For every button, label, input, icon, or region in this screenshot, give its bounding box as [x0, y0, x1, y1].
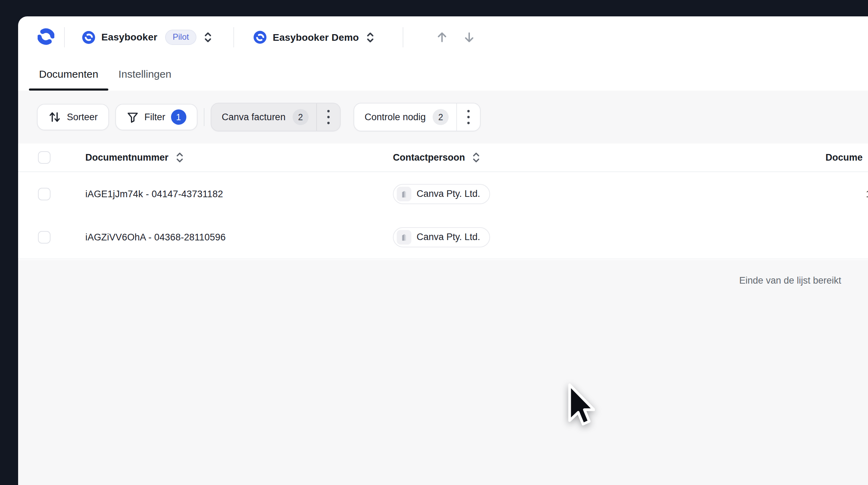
workspace-switcher[interactable]: Easybooker Pilot — [82, 30, 213, 45]
table-row[interactable]: iAGE1jJm74k - 04147-43731182 Canva Pty. … — [18, 172, 868, 216]
view-chip-controle-nodig[interactable]: Controle nodig 2 — [354, 103, 481, 131]
filter-count-badge: 1 — [171, 109, 186, 125]
building-icon — [397, 187, 411, 201]
filter-button[interactable]: Filter 1 — [115, 104, 197, 130]
contact-chip[interactable]: Canva Pty. Ltd. — [393, 227, 490, 247]
column-header-label: Docume — [826, 152, 863, 163]
kebab-menu-icon[interactable] — [317, 103, 340, 131]
column-header-label: Documentnummer — [85, 152, 169, 163]
contact-name: Canva Pty. Ltd. — [417, 188, 480, 199]
arrow-down-icon — [462, 30, 476, 45]
sort-button[interactable]: Sorteer — [37, 104, 109, 130]
column-header-label: Contactpersoon — [393, 152, 465, 163]
document-number-cell: iAGZiVV6OhA - 04368-28110596 — [85, 232, 226, 243]
end-of-list-message: Einde van de lijst bereikt — [739, 275, 841, 286]
tab-bar: Documenten Instellingen — [29, 57, 181, 91]
contact-chip[interactable]: Canva Pty. Ltd. — [393, 184, 490, 204]
organization-avatar-icon — [254, 31, 266, 44]
view-chip-label: Controle nodig — [354, 112, 426, 123]
column-sort-icon[interactable] — [175, 152, 184, 163]
view-count-badge: 2 — [293, 109, 309, 125]
view-count-badge: 2 — [433, 109, 449, 125]
desktop-background: { "topbar": { "workspace_name": "Easyboo… — [0, 0, 868, 485]
sort-arrows-icon — [48, 110, 61, 124]
row-checkbox[interactable] — [38, 231, 51, 244]
chevron-updown-icon — [365, 31, 375, 44]
table-row[interactable]: iAGZiVV6OhA - 04368-28110596 Canva Pty. … — [18, 216, 868, 259]
view-chip-label: Canva facturen — [211, 112, 286, 123]
sort-button-label: Sorteer — [67, 112, 98, 123]
column-header-contactpersoon[interactable]: Contactpersoon — [393, 152, 481, 163]
arrow-up-icon — [435, 30, 449, 45]
topbar-divider — [64, 27, 65, 47]
easybooker-logo-icon[interactable] — [38, 28, 54, 46]
view-chip-canva-facturen[interactable]: Canva facturen 2 — [211, 103, 341, 131]
column-sort-icon[interactable] — [472, 152, 481, 163]
workspace-avatar-icon — [82, 31, 95, 44]
app-window: Easybooker Pilot Easybooker Demo — [18, 16, 868, 485]
organization-name: Easybooker Demo — [273, 32, 359, 43]
top-bar: Easybooker Pilot Easybooker Demo — [18, 16, 868, 58]
filter-button-label: Filter — [145, 112, 165, 123]
organization-switcher[interactable]: Easybooker Demo — [254, 31, 375, 44]
building-icon — [397, 230, 411, 245]
clipped-right-cell: 1 — [866, 188, 868, 199]
topbar-divider — [233, 27, 234, 47]
chevron-updown-icon — [203, 31, 213, 44]
contact-name: Canva Pty. Ltd. — [417, 232, 480, 243]
filter-toolbar: Sorteer Filter 1 Canva facturen 2 Contro… — [18, 91, 868, 144]
navigate-up-button[interactable] — [435, 30, 449, 45]
select-all-checkbox[interactable] — [38, 151, 51, 164]
tab-documenten[interactable]: Documenten — [29, 57, 108, 91]
toolbar-divider — [204, 108, 204, 126]
filter-funnel-icon — [126, 111, 139, 123]
list-footer-area: Einde van de lijst bereikt — [18, 260, 868, 485]
row-checkbox[interactable] — [38, 188, 51, 200]
kebab-menu-icon[interactable] — [457, 103, 480, 131]
workspace-name: Easybooker — [101, 32, 157, 43]
pilot-badge: Pilot — [165, 30, 197, 45]
navigate-down-button[interactable] — [462, 30, 476, 45]
column-header-documentnummer[interactable]: Documentnummer — [85, 152, 184, 163]
tab-instellingen[interactable]: Instellingen — [108, 57, 181, 91]
column-header-document-truncated[interactable]: Docume — [826, 152, 863, 163]
table-header-row: Documentnummer Contactpersoon Docume — [18, 144, 868, 172]
document-number-cell: iAGE1jJm74k - 04147-43731182 — [85, 188, 223, 199]
topbar-divider — [403, 27, 403, 47]
